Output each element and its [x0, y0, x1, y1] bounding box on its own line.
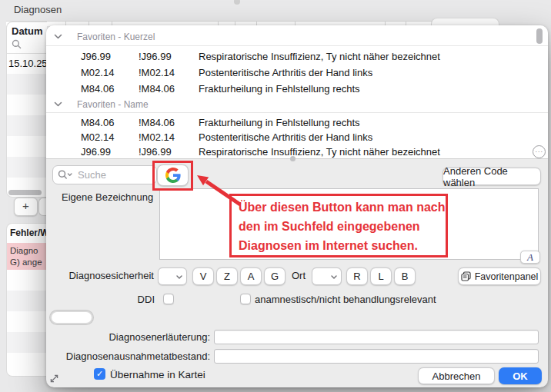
- favorites-list: Favoriten - Kuerzel J96.99 !J96.99 Respi…: [46, 25, 548, 158]
- errors-table: Fehler/W Diagno G) ange: [6, 223, 47, 377]
- cancel-button[interactable]: Abbrechen: [418, 367, 495, 384]
- section-label: Favoriten - Kuerzel: [77, 32, 155, 42]
- icd-flagged-code: !M02.14: [139, 65, 197, 81]
- diagnosesicherheit-label: Diagnosesicherheit: [46, 270, 154, 281]
- diagnosis-dialog: Favoriten - Kuerzel J96.99 !J96.99 Respi…: [46, 25, 548, 387]
- ddi-label: DDI: [46, 294, 155, 305]
- ort-option-l[interactable]: L: [370, 267, 392, 285]
- diagnosis-name: Frakturheilung in Fehlstellung rechts: [199, 81, 360, 97]
- ort-label: Ort: [292, 270, 310, 281]
- icd-code: M84.06: [81, 115, 136, 131]
- datum-column-header[interactable]: Datum: [12, 25, 42, 37]
- section-label: Favoriten - Name: [77, 99, 149, 110]
- chevron-down-icon: [331, 275, 337, 279]
- sicherheit-option-v[interactable]: V: [192, 267, 214, 285]
- chevron-down-icon: [54, 34, 62, 39]
- window-title: Diagnosen: [14, 4, 62, 15]
- diagnosis-name: Frakturheilung in Fehlstellung rechts: [199, 115, 360, 131]
- uebernahme-label: Übernahme in Kartei: [110, 369, 205, 380]
- ort-option-r[interactable]: R: [346, 267, 368, 285]
- icd-flagged-code: !M84.06: [139, 81, 197, 97]
- ddi-checkbox[interactable]: [163, 294, 174, 304]
- more-options-icon[interactable]: ···: [533, 145, 546, 158]
- annotation-line-1: Über diesen Button kann man nach: [239, 198, 439, 217]
- diagnosis-name: Postenteritische Arthritis der Hand link…: [199, 130, 372, 145]
- diagnosis-name: Respiratorische Insuffizienz, Ty nicht n…: [199, 145, 440, 158]
- uebernahme-checkbox[interactable]: ✓: [94, 368, 105, 380]
- diagnosis-name: Respiratorische Insuffizienz, Ty nicht n…: [199, 49, 440, 65]
- ausnahmetatbestand-input[interactable]: [215, 351, 538, 364]
- error-row[interactable]: Diagno G) ange: [7, 243, 47, 270]
- ausnahmetatbestand-label: Diagnosenausnahmetatbestand:: [46, 350, 210, 362]
- favorite-row[interactable]: J96.99 !J96.99 Respiratorische Insuffizi…: [46, 49, 548, 65]
- favoritenpanel-label: Favoritenpanel: [475, 271, 539, 282]
- eigene-bezeichnung-label: Eigene Bezeichnung: [62, 191, 152, 203]
- anamnestisch-checkbox[interactable]: [240, 294, 251, 304]
- chevron-down-icon: [54, 101, 62, 107]
- icd-code: M84.06: [81, 81, 136, 97]
- resize-handle-icon[interactable]: [48, 373, 60, 384]
- search-field: [52, 165, 157, 184]
- errors-column-header: Fehler/W: [10, 228, 47, 238]
- annotation-line-2: den im Suchfeld eingegebenen: [239, 217, 439, 236]
- favorite-row[interactable]: M02.14 !M02.14 Postenteritische Arthriti…: [46, 65, 548, 81]
- ausnahmetatbestand-field: [214, 349, 539, 364]
- table-row-date[interactable]: 15.10.25: [8, 54, 47, 74]
- other-code-button[interactable]: Anderen Code wählen: [442, 168, 541, 185]
- ort-select[interactable]: [312, 267, 342, 285]
- pane-divider-handle[interactable]: [290, 156, 296, 161]
- chevron-down-icon: [176, 275, 182, 279]
- horizontal-scrollbar-thumb[interactable]: [8, 190, 42, 195]
- favoritenpanel-button[interactable]: Favoritenpanel: [458, 267, 541, 285]
- sicherheit-option-z[interactable]: Z: [216, 267, 238, 285]
- separator: [46, 45, 548, 46]
- favorite-row[interactable]: M02.14 !M02.14 Postenteritische Arthriti…: [46, 130, 548, 145]
- add-row-button[interactable]: +: [14, 198, 38, 216]
- search-input[interactable]: [52, 165, 157, 184]
- icd-flagged-code: !J96.99: [139, 49, 197, 65]
- favoritenpanel-icon: [461, 271, 471, 281]
- screen: Diagnosen Datum 15.10.25 + Fehler/W Diag…: [0, 0, 551, 392]
- erlaeuterung-field: [214, 330, 539, 344]
- separator: [46, 112, 548, 113]
- icd-flagged-code: !M84.06: [139, 115, 197, 131]
- icd-code: J96.99: [81, 145, 136, 158]
- favorite-row[interactable]: J96.99 !J96.99 Respiratorische Insuffizi…: [46, 145, 548, 158]
- erlaeuterung-input[interactable]: [215, 332, 538, 345]
- icd-code: M02.14: [81, 65, 136, 81]
- erlaeuterung-label: Diagnosenerläuterung:: [46, 331, 210, 343]
- diagnosesicherheit-select[interactable]: [158, 267, 187, 285]
- icd-code: J96.99: [81, 49, 136, 65]
- favorite-row[interactable]: M84.06 !M84.06 Frakturheilung in Fehlste…: [46, 81, 548, 97]
- diagnoses-table: Datum 15.10.25: [6, 22, 47, 198]
- ok-button[interactable]: OK: [499, 367, 542, 384]
- pane-divider: [46, 158, 548, 159]
- check-icon: ✓: [96, 369, 103, 378]
- favorite-row[interactable]: M84.06 !M84.06 Frakturheilung in Fehlste…: [46, 115, 548, 131]
- google-button-highlight: [152, 161, 193, 191]
- annotation-box: Über diesen Button kann man nach den im …: [229, 194, 448, 257]
- sicherheit-option-a[interactable]: A: [240, 267, 262, 285]
- annotation-line-3: Diagnosen im Internet suchen.: [239, 236, 439, 255]
- window-drag-dot: [234, 0, 240, 5]
- anamnestisch-label: anamnestisch/nicht behandlungsrelevant: [255, 294, 436, 305]
- column-search-icon[interactable]: [12, 39, 22, 49]
- ort-option-b[interactable]: B: [394, 267, 416, 285]
- sicherheit-option-g[interactable]: G: [264, 267, 286, 285]
- icd-flagged-code: !J96.99: [139, 145, 197, 158]
- icd-flagged-code: !M02.14: [139, 130, 197, 145]
- text-style-button[interactable]: A: [520, 251, 540, 264]
- list-scrollbar-thumb[interactable]: [536, 28, 543, 44]
- diagnosis-name: Postenteritische Arthritis der Hand link…: [199, 65, 372, 81]
- empty-pill-field[interactable]: [50, 311, 93, 324]
- icd-code: M02.14: [81, 130, 136, 145]
